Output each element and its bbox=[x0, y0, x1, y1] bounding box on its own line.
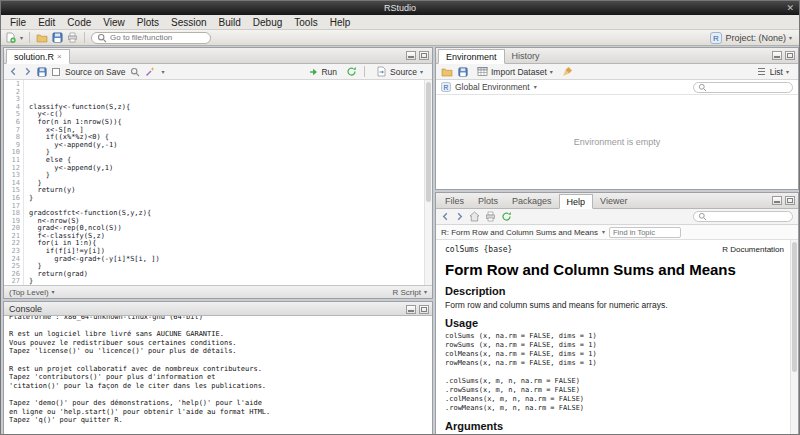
import-dataset-button[interactable]: Import Dataset ▾ bbox=[473, 65, 557, 78]
tab-solution-r[interactable]: solution.R × bbox=[6, 49, 70, 64]
console-pane: Console Plateforme : x86_64-unknown-linu… bbox=[3, 301, 433, 435]
tab-files[interactable]: Files bbox=[438, 193, 471, 208]
source-button[interactable]: Source ▾ bbox=[372, 65, 427, 78]
menu-edit[interactable]: Edit bbox=[32, 16, 61, 29]
toolbar-separator bbox=[84, 32, 85, 43]
environment-pane: Environment History Import Dataset ▾ bbox=[435, 47, 799, 190]
print-icon[interactable] bbox=[67, 32, 78, 43]
save-icon[interactable] bbox=[458, 67, 468, 77]
run-button[interactable]: Run bbox=[304, 66, 341, 78]
help-topic-label[interactable]: R: Form Row and Column Sums and Means bbox=[441, 228, 598, 237]
environment-tab-bar: Environment History bbox=[436, 48, 798, 64]
minimize-icon[interactable] bbox=[406, 51, 416, 60]
source-pane: solution.R × Source on Save ▾ bbox=[3, 47, 433, 299]
chevron-down-icon[interactable]: ▾ bbox=[534, 84, 537, 90]
home-icon[interactable] bbox=[469, 211, 480, 222]
environment-search-input[interactable] bbox=[709, 83, 788, 92]
tab-packages[interactable]: Packages bbox=[505, 193, 559, 208]
forward-icon[interactable] bbox=[455, 212, 464, 221]
environment-scope-row: R Global Environment ▾ bbox=[436, 80, 798, 95]
goto-file-search[interactable] bbox=[91, 32, 211, 44]
save-icon[interactable] bbox=[37, 67, 47, 77]
chevron-down-icon[interactable]: ▾ bbox=[20, 35, 23, 41]
search-icon[interactable] bbox=[130, 67, 140, 77]
goto-file-input[interactable] bbox=[110, 33, 220, 42]
window-close-icon[interactable]: ✕ bbox=[786, 1, 794, 15]
tab-plots[interactable]: Plots bbox=[471, 193, 505, 208]
environment-search[interactable] bbox=[693, 82, 793, 93]
list-view-selector[interactable]: List ▾ bbox=[752, 65, 793, 78]
maximize-icon[interactable] bbox=[785, 196, 795, 205]
find-in-topic-box[interactable] bbox=[609, 227, 681, 238]
editor-scrollbar[interactable] bbox=[424, 80, 432, 285]
scope-selector[interactable]: (Top Level)▾ bbox=[9, 288, 55, 297]
minimize-icon[interactable] bbox=[772, 196, 782, 205]
help-pane: Files Plots Packages Help Viewer bbox=[435, 192, 799, 435]
chevron-down-icon: ▾ bbox=[789, 35, 792, 41]
minimize-icon[interactable] bbox=[772, 51, 782, 60]
back-icon[interactable] bbox=[441, 212, 450, 221]
menu-code[interactable]: Code bbox=[61, 16, 97, 29]
maximize-icon[interactable] bbox=[419, 51, 429, 60]
environment-scope-selector[interactable]: Global Environment bbox=[455, 82, 530, 92]
help-toolbar bbox=[436, 209, 798, 225]
maximize-icon[interactable] bbox=[419, 305, 429, 314]
help-search-input[interactable] bbox=[709, 212, 788, 221]
doc-title: Form Row and Column Sums and Means bbox=[445, 261, 784, 278]
help-scrollbar[interactable] bbox=[790, 240, 798, 435]
line-number-gutter: 1 2 3 4 5 6 7 8 9 10 11 12 13 14 15 16 1… bbox=[4, 80, 24, 285]
filetype-selector[interactable]: R Script▾ bbox=[393, 288, 427, 297]
chevron-down-icon: ▾ bbox=[420, 69, 423, 75]
usage-heading: Usage bbox=[445, 317, 784, 329]
help-search[interactable] bbox=[693, 211, 793, 222]
menu-plots[interactable]: Plots bbox=[131, 16, 165, 29]
code-editor[interactable]: 1 2 3 4 5 6 7 8 9 10 11 12 13 14 15 16 1… bbox=[4, 80, 432, 285]
arguments-heading: Arguments bbox=[445, 420, 784, 432]
main-toolbar: ▾ R Project: (None) ▾ bbox=[1, 30, 799, 46]
console-output[interactable]: Plateforme : x86_64-unknown-linux-gnu (6… bbox=[4, 316, 432, 435]
menu-help[interactable]: Help bbox=[324, 16, 357, 29]
menu-file[interactable]: File bbox=[4, 16, 32, 29]
title-bar: RStudio ✕ bbox=[1, 1, 799, 15]
refresh-icon[interactable] bbox=[501, 211, 512, 222]
open-folder-icon[interactable] bbox=[441, 67, 453, 77]
maximize-icon[interactable] bbox=[785, 51, 795, 60]
source-tab-bar: solution.R × bbox=[4, 48, 432, 64]
menu-view[interactable]: View bbox=[97, 16, 131, 29]
forward-icon[interactable] bbox=[23, 67, 32, 76]
menu-tools[interactable]: Tools bbox=[288, 16, 323, 29]
line-numbers: 1 2 3 4 5 6 7 8 9 10 11 12 13 14 15 16 1… bbox=[4, 81, 20, 285]
menu-debug[interactable]: Debug bbox=[247, 16, 288, 29]
minimize-icon[interactable] bbox=[406, 305, 416, 314]
print-icon[interactable] bbox=[485, 211, 496, 222]
console-text: Plateforme : x86_64-unknown-linux-gnu (6… bbox=[9, 316, 427, 425]
help-content[interactable]: colSums {base} R Documentation Form Row … bbox=[436, 240, 798, 435]
project-selector[interactable]: R Project: (None) ▾ bbox=[710, 32, 795, 44]
tab-close-icon[interactable]: × bbox=[57, 52, 62, 61]
rerun-icon[interactable] bbox=[346, 66, 357, 77]
menu-build[interactable]: Build bbox=[213, 16, 247, 29]
chevron-down-icon[interactable]: ▾ bbox=[161, 69, 164, 75]
save-icon[interactable] bbox=[52, 32, 63, 43]
search-icon bbox=[698, 83, 707, 92]
back-icon[interactable] bbox=[9, 67, 18, 76]
code-text[interactable]: classify<-function(S,z){ y<-c() for(n in… bbox=[29, 81, 432, 285]
project-label: Project: (None) bbox=[725, 33, 786, 43]
source-toolbar: Source on Save ▾ Run Source ▾ bbox=[4, 64, 432, 80]
open-folder-icon[interactable] bbox=[36, 33, 48, 43]
tab-help[interactable]: Help bbox=[559, 194, 594, 209]
tab-viewer[interactable]: Viewer bbox=[593, 193, 634, 208]
tab-environment[interactable]: Environment bbox=[438, 49, 505, 64]
chevron-down-icon: ▾ bbox=[52, 289, 55, 295]
find-in-topic-input[interactable] bbox=[613, 228, 677, 237]
doc-header: colSums {base} R Documentation bbox=[445, 245, 784, 254]
source-on-save-checkbox[interactable] bbox=[52, 68, 60, 76]
broom-icon[interactable] bbox=[562, 66, 573, 77]
chevron-down-icon[interactable]: ▾ bbox=[602, 229, 605, 235]
tab-history[interactable]: History bbox=[505, 48, 547, 63]
new-file-icon[interactable] bbox=[5, 32, 16, 43]
menu-session[interactable]: Session bbox=[165, 16, 213, 29]
source-on-save-label: Source on Save bbox=[65, 67, 125, 77]
rstudio-window: RStudio ✕ File Edit Code View Plots Sess… bbox=[0, 0, 800, 435]
magic-wand-icon[interactable] bbox=[145, 66, 156, 77]
